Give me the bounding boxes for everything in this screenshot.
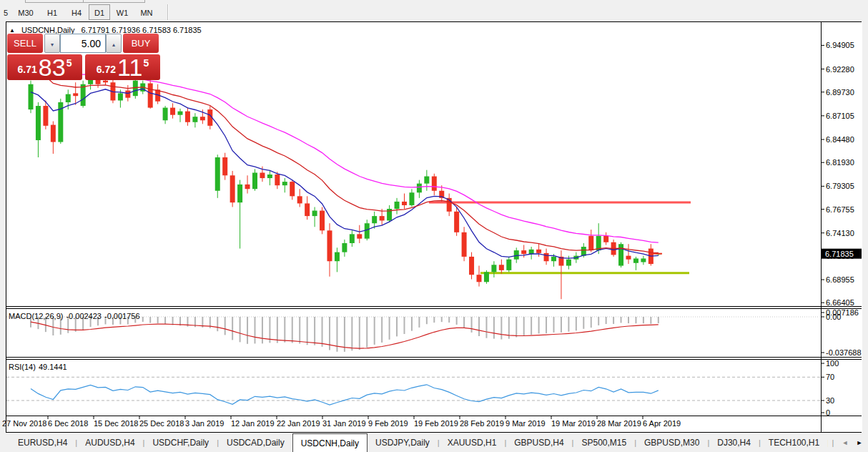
- sell-price-fraction: 5: [66, 57, 72, 69]
- chart-tab-gbpusd-m30[interactable]: GBPUSD,M30: [636, 433, 707, 452]
- triangle-up-icon: ▴: [112, 41, 115, 48]
- buy-price-fraction: 5: [143, 57, 149, 69]
- chart-tab-gbpusd-h4[interactable]: GBPUSD,H4: [506, 433, 571, 452]
- date-label: 22 Jan 2019: [277, 419, 320, 428]
- chart-tab-usdcnh-daily[interactable]: USDCNH,Daily: [292, 433, 368, 452]
- one-click-trading-panel: SELL ▾ ▴ BUY 6.71835 6.72115: [7, 34, 160, 80]
- macd-axis-label: 0.00: [826, 313, 841, 321]
- date-label: 9 Mar 2019: [505, 419, 546, 428]
- tab-scroll-right-icon[interactable]: ►: [857, 439, 863, 446]
- date-label: 12 Jan 2019: [231, 419, 275, 428]
- volume-increase-button[interactable]: ▴: [106, 34, 122, 53]
- date-label: 15 Dec 2018: [94, 419, 138, 428]
- timeframe-button-h1[interactable]: H1: [40, 4, 64, 20]
- collapse-triangle-icon[interactable]: ▲: [9, 27, 15, 34]
- date-label: 27 Nov 2018: [2, 419, 46, 428]
- price-axis-label: 6.89730: [826, 88, 854, 97]
- date-label: 19 Mar 2019: [551, 419, 596, 428]
- tab-scroll-controls: | ◄ ►: [828, 433, 867, 452]
- price-axis-label: 6.68955: [826, 275, 854, 284]
- timeframe-button-d1[interactable]: D1: [89, 4, 110, 20]
- chart-tab-tech100-h1[interactable]: TECH100,H1: [761, 433, 827, 452]
- chart-tab-dj30-h4[interactable]: DJ30,H4: [709, 433, 759, 452]
- rsi-indicator-label: RSI(14)49.1441: [9, 363, 70, 371]
- date-label: 6 Apr 2019: [643, 419, 681, 428]
- tab-separator: |: [832, 438, 834, 447]
- rsi-axis-label: 100: [826, 359, 839, 368]
- chart-tab-usdcad-daily[interactable]: USDCAD,Daily: [219, 433, 292, 452]
- timeframe-button-w1[interactable]: W1: [110, 4, 134, 20]
- volume-input[interactable]: [60, 34, 106, 53]
- price-axis-label: 6.74130: [826, 229, 854, 237]
- toolbar-separator: [167, 4, 168, 20]
- sell-price-major: 6.71: [18, 64, 37, 75]
- date-label: 28 Feb 2019: [460, 419, 504, 428]
- price-axis-label: 6.79305: [826, 182, 854, 190]
- timeframe-button-5[interactable]: 5: [0, 4, 11, 20]
- timeframe-toolbar: 5M30H1H4D1W1MN: [0, 3, 168, 21]
- chart-tab-bar: EURUSD,H4|AUDUSD,H4|USDCHF,Daily|USDCAD,…: [0, 433, 838, 452]
- date-label: 9 Feb 2019: [368, 419, 408, 428]
- rsi-axis-label: 30: [826, 396, 834, 405]
- price-axis-label: 6.76755: [826, 205, 854, 214]
- tab-scroll-left-icon[interactable]: ◄: [842, 439, 849, 446]
- date-label: 6 Dec 2018: [48, 419, 88, 428]
- price-axis-label: 6.84480: [826, 135, 854, 144]
- price-axis-label: 6.94905: [826, 41, 854, 49]
- buy-price-major: 6.72: [97, 64, 116, 75]
- timeframe-button-m30[interactable]: M30: [11, 4, 40, 20]
- current-price-tag-text: 6.71835: [825, 250, 854, 258]
- buy-price-box[interactable]: 6.72115: [85, 54, 160, 80]
- macd-axis-label: -0.037688: [826, 348, 862, 357]
- trading-platform-window: 5M30H1H4D1W1MN 6.949056.922806.897306.87…: [0, 0, 868, 452]
- chart-tab-sp500-m15[interactable]: SP500,M15: [573, 433, 634, 452]
- rsi-axis-label: 0: [826, 408, 830, 417]
- chart-tab-audusd-h4[interactable]: AUDUSD,H4: [77, 433, 142, 452]
- price-axis-label: 6.66405: [826, 298, 854, 307]
- date-axis[interactable]: 27 Nov 20186 Dec 201815 Dec 201825 Dec 2…: [0, 418, 821, 431]
- buy-button[interactable]: BUY: [123, 34, 159, 53]
- sell-button[interactable]: SELL: [7, 34, 43, 53]
- date-label: 19 Feb 2019: [414, 419, 458, 428]
- date-label: 31 Jan 2019: [322, 419, 366, 428]
- timeframe-button-mn[interactable]: MN: [134, 4, 159, 20]
- chart-tab-usdchf-daily[interactable]: USDCHF,Daily: [144, 433, 217, 452]
- chart-canvas[interactable]: 6.949056.922806.897306.871056.844806.819…: [0, 21, 868, 433]
- volume-decrease-button[interactable]: ▾: [44, 34, 60, 53]
- timeframe-button-h4[interactable]: H4: [64, 4, 89, 20]
- chart-tab-xauusd-h1[interactable]: XAUUSD,H1: [440, 433, 505, 452]
- price-axis-label: 6.87105: [826, 112, 854, 120]
- sell-price-pips: 83: [39, 55, 66, 79]
- price-axis-label: 6.81930: [826, 158, 854, 167]
- chart-tab-usdjpy-daily[interactable]: USDJPY,Daily: [368, 433, 438, 452]
- triangle-down-icon: ▾: [51, 41, 54, 48]
- buy-price-pips: 11: [117, 55, 142, 79]
- date-label: 28 Mar 2019: [597, 419, 641, 428]
- date-label: 3 Jan 2019: [185, 419, 224, 428]
- date-label: 25 Dec 2018: [139, 419, 184, 428]
- sell-price-box[interactable]: 6.71835: [7, 54, 82, 80]
- macd-indicator-label: MACD(12,26,9)-0.002423-0.001756: [9, 312, 143, 320]
- chart-tab-eurusd-h4[interactable]: EURUSD,H4: [10, 433, 75, 452]
- price-axis-label: 6.92280: [826, 65, 854, 74]
- rsi-axis-label: 70: [826, 373, 834, 381]
